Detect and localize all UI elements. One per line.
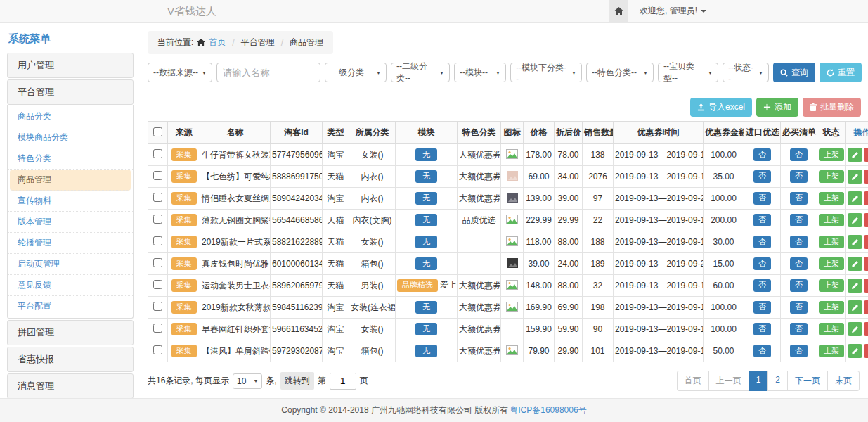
imported-badge[interactable]: 否 bbox=[753, 345, 771, 357]
breadcrumb-home-link[interactable]: 首页 bbox=[209, 37, 226, 49]
add-button[interactable]: 添加 bbox=[756, 98, 798, 117]
imported-badge[interactable]: 否 bbox=[753, 323, 771, 335]
delete-button[interactable] bbox=[864, 279, 868, 293]
imported-badge[interactable]: 否 bbox=[753, 301, 771, 314]
delete-button[interactable] bbox=[864, 257, 868, 271]
delete-button[interactable] bbox=[864, 322, 868, 336]
page-button[interactable]: 上一页 bbox=[708, 371, 749, 391]
must-buy-badge[interactable]: 否 bbox=[790, 236, 808, 248]
edit-button[interactable] bbox=[848, 191, 862, 205]
edit-button[interactable] bbox=[848, 235, 862, 249]
delete-button[interactable] bbox=[864, 300, 868, 314]
sidebar-subitem[interactable]: 版本管理 bbox=[8, 212, 133, 233]
imported-badge[interactable]: 否 bbox=[753, 257, 771, 270]
status-badge[interactable]: 上架 bbox=[819, 236, 844, 248]
module-select[interactable]: --模块--▼ bbox=[454, 63, 506, 82]
must-buy-badge[interactable]: 否 bbox=[790, 345, 808, 357]
search-button[interactable]: 查询 bbox=[773, 63, 815, 82]
item-type-select[interactable]: --宝贝类型--▼ bbox=[658, 63, 718, 82]
status-badge[interactable]: 上架 bbox=[819, 345, 844, 357]
imported-badge[interactable]: 否 bbox=[753, 170, 771, 183]
must-buy-badge[interactable]: 否 bbox=[790, 192, 808, 205]
imported-badge[interactable]: 否 bbox=[753, 214, 771, 226]
sidebar-item[interactable]: 拼团管理 bbox=[7, 320, 134, 345]
user-menu[interactable]: 欢迎您, 管理员! bbox=[640, 5, 706, 17]
edit-button[interactable] bbox=[848, 170, 862, 184]
sidebar-subitem[interactable]: 宣传物料 bbox=[8, 191, 133, 212]
must-buy-badge[interactable]: 否 bbox=[790, 148, 808, 161]
row-checkbox[interactable] bbox=[153, 171, 162, 180]
reset-button[interactable]: 重置 bbox=[820, 63, 862, 82]
status-badge[interactable]: 上架 bbox=[819, 301, 844, 314]
page-button[interactable]: 首页 bbox=[677, 371, 709, 391]
delete-button[interactable] bbox=[864, 235, 868, 249]
imported-badge[interactable]: 否 bbox=[753, 192, 771, 205]
must-buy-badge[interactable]: 否 bbox=[790, 214, 808, 226]
must-buy-badge[interactable]: 否 bbox=[790, 279, 808, 292]
sidebar-item[interactable]: 消息管理 bbox=[7, 373, 134, 399]
sidebar-subitem[interactable]: 特色分类 bbox=[8, 148, 133, 170]
sidebar-subitem[interactable]: 商品分类 bbox=[8, 106, 133, 127]
must-buy-badge[interactable]: 否 bbox=[790, 301, 808, 314]
edit-button[interactable] bbox=[848, 279, 862, 293]
level1-category-select[interactable]: 一级分类▼ bbox=[325, 63, 387, 82]
row-checkbox[interactable] bbox=[153, 258, 162, 267]
home-button[interactable] bbox=[609, 0, 628, 22]
delete-button[interactable] bbox=[864, 344, 868, 358]
imported-badge[interactable]: 否 bbox=[753, 279, 771, 292]
imported-badge[interactable]: 否 bbox=[753, 236, 771, 248]
sidebar-subitem[interactable]: 模块商品分类 bbox=[8, 127, 133, 148]
row-checkbox[interactable] bbox=[153, 193, 162, 202]
row-checkbox[interactable] bbox=[153, 236, 162, 245]
row-checkbox[interactable] bbox=[153, 302, 162, 311]
sidebar-item[interactable]: 用户管理 bbox=[7, 53, 134, 78]
edit-button[interactable] bbox=[848, 148, 862, 162]
status-badge[interactable]: 上架 bbox=[819, 192, 844, 205]
imported-badge[interactable]: 否 bbox=[753, 148, 771, 161]
module-subcategory-select[interactable]: --模块下分类--▼ bbox=[510, 63, 582, 82]
page-button[interactable]: 1 bbox=[749, 371, 769, 391]
page-button[interactable]: 2 bbox=[767, 371, 788, 391]
edit-button[interactable] bbox=[848, 257, 862, 271]
status-select[interactable]: --状态--▼ bbox=[723, 63, 769, 82]
import-excel-button[interactable]: 导入excel bbox=[690, 98, 752, 117]
edit-button[interactable] bbox=[848, 344, 862, 358]
select-all-checkbox[interactable] bbox=[153, 127, 162, 136]
sidebar-subitem[interactable]: 启动页管理 bbox=[8, 254, 133, 275]
page-number-input[interactable] bbox=[330, 373, 356, 390]
must-buy-badge[interactable]: 否 bbox=[790, 323, 808, 335]
status-badge[interactable]: 上架 bbox=[819, 257, 844, 270]
page-button[interactable]: 末页 bbox=[827, 371, 860, 391]
batch-delete-button[interactable]: 批量删除 bbox=[803, 98, 861, 117]
status-badge[interactable]: 上架 bbox=[819, 323, 844, 335]
status-badge[interactable]: 上架 bbox=[819, 279, 844, 292]
jump-button[interactable]: 跳转到 bbox=[280, 372, 314, 390]
edit-button[interactable] bbox=[848, 322, 862, 336]
sidebar-item[interactable]: 省惠快报 bbox=[7, 347, 134, 372]
must-buy-badge[interactable]: 否 bbox=[790, 257, 808, 270]
sidebar-subitem[interactable]: 平台配置 bbox=[8, 296, 133, 316]
sidebar-item[interactable]: 平台管理 bbox=[7, 79, 134, 105]
per-page-select[interactable]: 10 ▼ bbox=[233, 373, 262, 389]
row-checkbox[interactable] bbox=[153, 215, 162, 224]
level2-category-select[interactable]: --二级分类--▼ bbox=[391, 63, 450, 82]
row-checkbox[interactable] bbox=[153, 280, 162, 289]
sidebar-subitem[interactable]: 轮播管理 bbox=[8, 233, 133, 254]
status-badge[interactable]: 上架 bbox=[819, 170, 844, 183]
delete-button[interactable] bbox=[864, 170, 868, 184]
edit-button[interactable] bbox=[848, 213, 862, 227]
delete-button[interactable] bbox=[864, 148, 868, 162]
feature-category-select[interactable]: --特色分类--▼ bbox=[586, 63, 654, 82]
sidebar-subitem[interactable]: 商品管理 bbox=[10, 170, 131, 191]
icp-link[interactable]: 粤ICP备16098006号 bbox=[510, 404, 586, 416]
edit-button[interactable] bbox=[848, 300, 862, 314]
must-buy-badge[interactable]: 否 bbox=[790, 170, 808, 183]
data-source-select[interactable]: --数据来源--▼ bbox=[148, 63, 212, 82]
status-badge[interactable]: 上架 bbox=[819, 148, 844, 161]
name-search-input[interactable] bbox=[216, 63, 320, 82]
delete-button[interactable] bbox=[864, 213, 868, 227]
row-checkbox[interactable] bbox=[153, 324, 162, 333]
delete-button[interactable] bbox=[864, 191, 868, 205]
row-checkbox[interactable] bbox=[153, 345, 162, 354]
row-checkbox[interactable] bbox=[153, 149, 162, 158]
